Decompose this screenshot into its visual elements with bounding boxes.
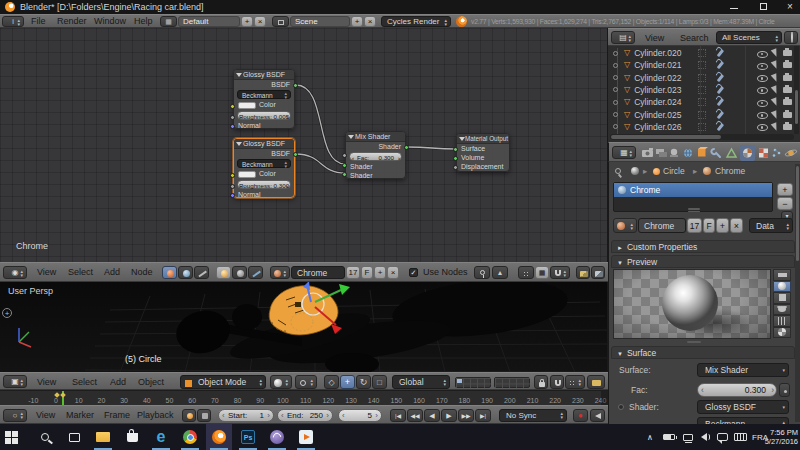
color-swatch[interactable] bbox=[238, 171, 256, 178]
bsdf-output-socket[interactable] bbox=[293, 83, 298, 88]
visibility-eye-icon[interactable] bbox=[757, 61, 767, 70]
editor-type-button[interactable]: i▴▾ bbox=[2, 16, 24, 27]
expand-icon[interactable] bbox=[613, 100, 618, 105]
tray-expand-chevron[interactable]: ∧ bbox=[642, 424, 658, 450]
media-player-button[interactable] bbox=[293, 424, 319, 450]
roughness-slider[interactable]: ‹Roughness: 0.300› bbox=[237, 180, 291, 189]
lock-to-scene-button[interactable] bbox=[534, 375, 548, 389]
fake-user-button[interactable]: F bbox=[361, 266, 373, 279]
outliner-row[interactable]: ▽Cylinder.024 bbox=[608, 96, 800, 108]
render-engine-select[interactable]: Cycles Render▴▾ bbox=[381, 16, 451, 27]
selectability-cursor-icon[interactable] bbox=[771, 85, 780, 95]
next-keyframe-button[interactable]: ▶▶ bbox=[458, 409, 474, 422]
selectability-cursor-icon[interactable] bbox=[771, 122, 780, 132]
tab-render-layers-icon[interactable] bbox=[656, 149, 667, 157]
search-button[interactable] bbox=[784, 31, 798, 44]
fac-anim-button[interactable] bbox=[779, 383, 790, 397]
properties-vscrollbar[interactable] bbox=[795, 164, 800, 422]
surface-panel-header[interactable]: ▼Surface bbox=[611, 346, 795, 359]
node-editor[interactable]: Glossy BSDF BSDF Beckmann▴▾ Color ‹Rough… bbox=[0, 28, 608, 262]
chrome-button[interactable] bbox=[177, 424, 203, 450]
use-nodes-label[interactable]: Use Nodes bbox=[423, 263, 468, 282]
material-slot-active[interactable]: Chrome bbox=[614, 183, 772, 197]
pivot-point-button[interactable]: ▴▾ bbox=[295, 375, 317, 389]
slot-material-button[interactable] bbox=[216, 266, 231, 279]
layout-delete-button[interactable]: × bbox=[254, 16, 266, 27]
menu-select[interactable]: Select bbox=[68, 263, 93, 282]
visibility-eye-icon[interactable] bbox=[757, 122, 767, 131]
render-paste-button[interactable] bbox=[591, 266, 605, 279]
renderability-camera-icon[interactable] bbox=[783, 75, 792, 81]
expand-icon[interactable] bbox=[613, 87, 618, 92]
render-opengl-button[interactable] bbox=[587, 375, 605, 389]
shader-output-socket[interactable] bbox=[404, 145, 409, 150]
menu-select[interactable]: Select bbox=[72, 373, 97, 391]
menu-add[interactable]: Add bbox=[110, 373, 126, 391]
battery-icon[interactable] bbox=[660, 424, 678, 450]
roughness-input-socket[interactable] bbox=[230, 115, 235, 120]
minimize-button[interactable] bbox=[720, 0, 748, 14]
toolbar-expand-button[interactable]: + bbox=[2, 308, 12, 318]
volume-icon[interactable] bbox=[697, 424, 713, 450]
slot-remove-button[interactable]: − bbox=[777, 197, 793, 210]
shader2-input-socket[interactable] bbox=[342, 172, 347, 177]
visibility-eye-icon[interactable] bbox=[757, 110, 767, 119]
mode-select[interactable]: Object Mode▴▾ bbox=[180, 375, 266, 389]
renderability-camera-icon[interactable] bbox=[783, 99, 792, 105]
pin-button[interactable] bbox=[474, 266, 490, 279]
visibility-eye-icon[interactable] bbox=[757, 49, 767, 58]
clock[interactable]: 7:56 PM 5/27/2016 bbox=[770, 424, 800, 450]
object-name[interactable]: Cylinder.025 bbox=[634, 110, 692, 120]
menu-marker[interactable]: Marker bbox=[66, 406, 94, 425]
material-name-field[interactable]: Chrome bbox=[291, 266, 345, 279]
tab-scene-icon[interactable] bbox=[670, 149, 678, 157]
selectability-cursor-icon[interactable] bbox=[771, 110, 780, 120]
file-explorer-button[interactable] bbox=[90, 424, 116, 450]
manipulator-rotate-button[interactable]: ↻ bbox=[356, 375, 371, 389]
material-add-button[interactable]: + bbox=[716, 218, 729, 233]
slot-world-button[interactable] bbox=[232, 266, 247, 279]
node-glossy-bsdf-1[interactable]: Glossy BSDF BSDF Beckmann▴▾ Color ‹Rough… bbox=[233, 69, 295, 129]
selectability-cursor-icon[interactable] bbox=[771, 97, 780, 107]
taskbar-search-button[interactable] bbox=[32, 424, 58, 450]
preview-world-sphere-button[interactable] bbox=[773, 327, 791, 339]
custom-properties-panel-header[interactable]: ►Custom Properties bbox=[611, 240, 795, 253]
distribution-select[interactable]: Beckmann▴▾ bbox=[237, 90, 291, 99]
sync-mode-select[interactable]: No Sync▴▾ bbox=[499, 409, 567, 422]
current-frame-field[interactable]: ‹5› bbox=[338, 409, 382, 422]
store-button[interactable] bbox=[119, 424, 145, 450]
menu-view[interactable]: View bbox=[645, 29, 664, 47]
material-browse-button[interactable]: ▴▾ bbox=[613, 218, 637, 233]
material-datablock-icon-button[interactable]: ▴▾ bbox=[270, 266, 290, 279]
expand-icon[interactable] bbox=[613, 124, 618, 129]
node-glossy-bsdf-2[interactable]: Glossy BSDF BSDF Beckmann▴▾ Color ‹Rough… bbox=[233, 138, 295, 198]
preview-flat-button[interactable] bbox=[773, 269, 791, 281]
outliner-row[interactable]: ▽Cylinder.023 bbox=[608, 84, 800, 96]
fac-input-socket[interactable] bbox=[342, 153, 347, 158]
outliner-row[interactable]: ▽Cylinder.025 bbox=[608, 109, 800, 121]
renderability-camera-icon[interactable] bbox=[783, 87, 792, 93]
collapse-icon[interactable] bbox=[459, 137, 465, 141]
photoshop-button[interactable]: Ps bbox=[235, 424, 261, 450]
keying-set-button[interactable] bbox=[197, 409, 211, 422]
breadcrumb-material[interactable]: Chrome bbox=[715, 164, 745, 178]
tab-texture-icon[interactable] bbox=[759, 149, 768, 158]
editor-type-button[interactable]: ◉▴▾ bbox=[3, 266, 27, 279]
preview-hair-button[interactable] bbox=[773, 315, 791, 327]
displacement-input-socket[interactable] bbox=[453, 165, 458, 170]
expand-icon[interactable] bbox=[613, 75, 618, 80]
menu-object[interactable]: Object bbox=[138, 373, 164, 391]
manipulator-scale-button[interactable]: □ bbox=[372, 375, 387, 389]
renderability-camera-icon[interactable] bbox=[783, 50, 792, 56]
layers-widget[interactable] bbox=[455, 377, 491, 388]
editor-type-button[interactable]: ▤▴▾ bbox=[611, 31, 635, 44]
renderability-camera-icon[interactable] bbox=[783, 112, 792, 118]
renderability-camera-icon[interactable] bbox=[783, 124, 792, 130]
outliner-row[interactable]: ▽Cylinder.022 bbox=[608, 72, 800, 84]
only-selected-keys-button[interactable] bbox=[182, 409, 196, 422]
tab-render-icon[interactable] bbox=[642, 148, 653, 157]
collapse-icon[interactable] bbox=[348, 135, 354, 139]
start-button[interactable] bbox=[2, 424, 28, 450]
scene-delete-button[interactable]: × bbox=[364, 16, 376, 27]
material-add-button[interactable]: + bbox=[374, 266, 386, 279]
